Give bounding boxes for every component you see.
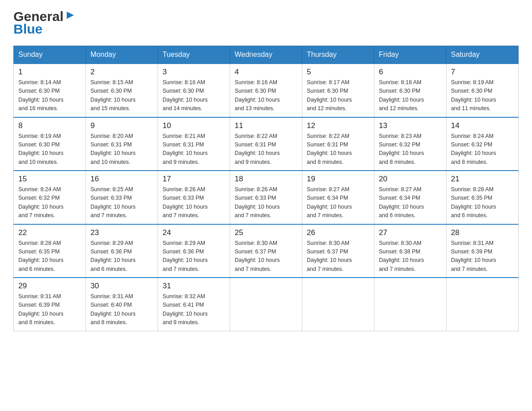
- day-info: Sunrise: 8:17 AMSunset: 6:30 PMDaylight:…: [307, 78, 369, 113]
- calendar-week-row-5: 29 Sunrise: 8:31 AMSunset: 6:39 PMDaylig…: [14, 278, 519, 331]
- calendar-cell: 16 Sunrise: 8:25 AMSunset: 6:33 PMDaylig…: [86, 171, 158, 224]
- day-info: Sunrise: 8:31 AMSunset: 6:40 PMDaylight:…: [90, 292, 153, 327]
- svg-marker-0: [67, 12, 74, 19]
- calendar-header-tuesday: Tuesday: [158, 46, 230, 64]
- day-number: 18: [235, 175, 297, 184]
- calendar-cell: 28 Sunrise: 8:31 AMSunset: 6:39 PMDaylig…: [446, 224, 519, 278]
- calendar-header-monday: Monday: [86, 46, 158, 64]
- calendar-cell: 7 Sunrise: 8:19 AMSunset: 6:30 PMDayligh…: [446, 64, 519, 117]
- day-number: 23: [90, 228, 153, 237]
- day-number: 1: [18, 68, 81, 77]
- day-info: Sunrise: 8:18 AMSunset: 6:30 PMDaylight:…: [379, 78, 442, 113]
- day-info: Sunrise: 8:32 AMSunset: 6:41 PMDaylight:…: [163, 292, 225, 327]
- day-number: 21: [451, 175, 514, 184]
- day-info: Sunrise: 8:24 AMSunset: 6:32 PMDaylight:…: [18, 185, 81, 220]
- day-info: Sunrise: 8:22 AMSunset: 6:31 PMDaylight:…: [235, 132, 297, 167]
- calendar-cell: 15 Sunrise: 8:24 AMSunset: 6:32 PMDaylig…: [14, 171, 86, 224]
- calendar-week-row-2: 8 Sunrise: 8:19 AMSunset: 6:30 PMDayligh…: [14, 117, 519, 171]
- calendar-cell: 29 Sunrise: 8:31 AMSunset: 6:39 PMDaylig…: [14, 278, 86, 331]
- day-info: Sunrise: 8:29 AMSunset: 6:36 PMDaylight:…: [90, 239, 153, 274]
- day-info: Sunrise: 8:27 AMSunset: 6:34 PMDaylight:…: [379, 185, 442, 220]
- calendar-cell: 31 Sunrise: 8:32 AMSunset: 6:41 PMDaylig…: [158, 278, 230, 331]
- calendar-cell: 9 Sunrise: 8:20 AMSunset: 6:31 PMDayligh…: [86, 117, 158, 171]
- calendar-header-friday: Friday: [374, 46, 446, 64]
- day-info: Sunrise: 8:20 AMSunset: 6:31 PMDaylight:…: [90, 132, 153, 167]
- day-info: Sunrise: 8:28 AMSunset: 6:35 PMDaylight:…: [451, 185, 514, 220]
- day-number: 28: [451, 228, 514, 237]
- day-info: Sunrise: 8:22 AMSunset: 6:31 PMDaylight:…: [307, 132, 369, 167]
- day-info: Sunrise: 8:15 AMSunset: 6:30 PMDaylight:…: [90, 78, 153, 113]
- day-number: 3: [163, 68, 225, 77]
- day-info: Sunrise: 8:24 AMSunset: 6:32 PMDaylight:…: [451, 132, 514, 167]
- day-number: 25: [235, 228, 297, 237]
- calendar-header-wednesday: Wednesday: [230, 46, 302, 64]
- day-info: Sunrise: 8:16 AMSunset: 6:30 PMDaylight:…: [163, 78, 225, 113]
- day-info: Sunrise: 8:30 AMSunset: 6:37 PMDaylight:…: [307, 239, 369, 274]
- calendar-week-row-1: 1 Sunrise: 8:14 AMSunset: 6:30 PMDayligh…: [14, 64, 519, 117]
- day-info: Sunrise: 8:19 AMSunset: 6:30 PMDaylight:…: [18, 132, 81, 167]
- day-info: Sunrise: 8:26 AMSunset: 6:33 PMDaylight:…: [163, 185, 225, 220]
- day-number: 26: [307, 228, 369, 237]
- page-header: General Blue: [13, 9, 519, 37]
- calendar-cell: 17 Sunrise: 8:26 AMSunset: 6:33 PMDaylig…: [158, 171, 230, 224]
- day-number: 10: [163, 121, 225, 130]
- day-number: 12: [307, 121, 369, 130]
- calendar-table: SundayMondayTuesdayWednesdayThursdayFrid…: [13, 46, 519, 331]
- calendar-cell: 30 Sunrise: 8:31 AMSunset: 6:40 PMDaylig…: [86, 278, 158, 331]
- day-info: Sunrise: 8:21 AMSunset: 6:31 PMDaylight:…: [163, 132, 225, 167]
- day-number: 20: [379, 175, 442, 184]
- day-number: 19: [307, 175, 369, 184]
- day-number: 22: [18, 228, 81, 237]
- calendar-cell: 24 Sunrise: 8:29 AMSunset: 6:36 PMDaylig…: [158, 224, 230, 278]
- day-info: Sunrise: 8:19 AMSunset: 6:30 PMDaylight:…: [451, 78, 514, 113]
- day-info: Sunrise: 8:31 AMSunset: 6:39 PMDaylight:…: [18, 292, 81, 327]
- day-number: 7: [451, 68, 514, 77]
- logo-blue-text: Blue: [13, 21, 43, 37]
- day-number: 14: [451, 121, 514, 130]
- calendar-cell: [230, 278, 302, 331]
- calendar-cell: 11 Sunrise: 8:22 AMSunset: 6:31 PMDaylig…: [230, 117, 302, 171]
- calendar-cell: 6 Sunrise: 8:18 AMSunset: 6:30 PMDayligh…: [374, 64, 446, 117]
- calendar-cell: 8 Sunrise: 8:19 AMSunset: 6:30 PMDayligh…: [14, 117, 86, 171]
- calendar-cell: 13 Sunrise: 8:23 AMSunset: 6:32 PMDaylig…: [374, 117, 446, 171]
- calendar-cell: 21 Sunrise: 8:28 AMSunset: 6:35 PMDaylig…: [446, 171, 519, 224]
- day-number: 13: [379, 121, 442, 130]
- calendar-header-thursday: Thursday: [302, 46, 374, 64]
- calendar-cell: 27 Sunrise: 8:30 AMSunset: 6:38 PMDaylig…: [374, 224, 446, 278]
- day-info: Sunrise: 8:23 AMSunset: 6:32 PMDaylight:…: [379, 132, 442, 167]
- day-number: 31: [163, 282, 225, 291]
- day-info: Sunrise: 8:26 AMSunset: 6:33 PMDaylight:…: [235, 185, 297, 220]
- calendar-cell: 3 Sunrise: 8:16 AMSunset: 6:30 PMDayligh…: [158, 64, 230, 117]
- day-number: 8: [18, 121, 81, 130]
- day-info: Sunrise: 8:27 AMSunset: 6:34 PMDaylight:…: [307, 185, 369, 220]
- calendar-week-row-3: 15 Sunrise: 8:24 AMSunset: 6:32 PMDaylig…: [14, 171, 519, 224]
- day-info: Sunrise: 8:30 AMSunset: 6:37 PMDaylight:…: [235, 239, 297, 274]
- calendar-cell: [302, 278, 374, 331]
- day-info: Sunrise: 8:29 AMSunset: 6:36 PMDaylight:…: [163, 239, 225, 274]
- calendar-header-row: SundayMondayTuesdayWednesdayThursdayFrid…: [14, 46, 519, 64]
- calendar-cell: 2 Sunrise: 8:15 AMSunset: 6:30 PMDayligh…: [86, 64, 158, 117]
- day-info: Sunrise: 8:14 AMSunset: 6:30 PMDaylight:…: [18, 78, 81, 113]
- day-number: 2: [90, 68, 153, 77]
- calendar-cell: 23 Sunrise: 8:29 AMSunset: 6:36 PMDaylig…: [86, 224, 158, 278]
- day-number: 6: [379, 68, 442, 77]
- calendar-cell: 19 Sunrise: 8:27 AMSunset: 6:34 PMDaylig…: [302, 171, 374, 224]
- calendar-cell: 12 Sunrise: 8:22 AMSunset: 6:31 PMDaylig…: [302, 117, 374, 171]
- day-number: 15: [18, 175, 81, 184]
- day-number: 24: [163, 228, 225, 237]
- day-info: Sunrise: 8:31 AMSunset: 6:39 PMDaylight:…: [451, 239, 514, 274]
- calendar-cell: 10 Sunrise: 8:21 AMSunset: 6:31 PMDaylig…: [158, 117, 230, 171]
- day-number: 5: [307, 68, 369, 77]
- logo-flag-icon: [65, 11, 75, 21]
- day-info: Sunrise: 8:28 AMSunset: 6:35 PMDaylight:…: [18, 239, 81, 274]
- calendar-cell: 25 Sunrise: 8:30 AMSunset: 6:37 PMDaylig…: [230, 224, 302, 278]
- calendar-header-saturday: Saturday: [446, 46, 519, 64]
- day-number: 17: [163, 175, 225, 184]
- day-info: Sunrise: 8:30 AMSunset: 6:38 PMDaylight:…: [379, 239, 442, 274]
- logo: General Blue: [13, 9, 75, 37]
- day-number: 16: [90, 175, 153, 184]
- day-number: 11: [235, 121, 297, 130]
- calendar-cell: 22 Sunrise: 8:28 AMSunset: 6:35 PMDaylig…: [14, 224, 86, 278]
- day-info: Sunrise: 8:16 AMSunset: 6:30 PMDaylight:…: [235, 78, 297, 113]
- day-info: Sunrise: 8:25 AMSunset: 6:33 PMDaylight:…: [90, 185, 153, 220]
